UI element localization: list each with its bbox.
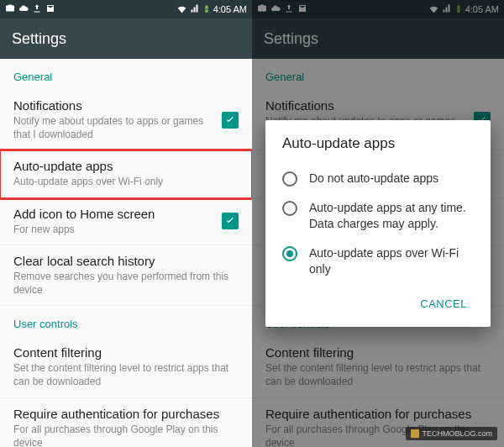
app-bar: Settings [0,18,252,59]
item-title: Add icon to Home screen [13,207,213,221]
section-user-controls: User controls [0,306,252,337]
wifi-icon [176,3,187,16]
item-sub: Set the content filtering level to restr… [13,361,239,388]
battery-icon [202,3,211,16]
cloud-icon [18,3,29,15]
auto-update-dialog: Auto-update apps Do not auto-update apps… [265,120,491,327]
watermark-icon [411,429,419,438]
screen-left: 4:05 AM Settings General Notifications N… [0,0,252,447]
item-sub: Notify me about updates to apps or games… [13,114,213,141]
upload-icon [32,3,42,15]
item-notifications[interactable]: Notifications Notify me about updates to… [0,90,252,150]
item-require-auth[interactable]: Require authentication for purchases For… [0,398,252,448]
item-auto-update[interactable]: Auto-update apps Auto-update apps over W… [0,150,252,197]
option-do-not-update[interactable]: Do not auto-update apps [282,164,474,193]
mail-icon [45,3,55,15]
item-sub: Remove searches you have performed from … [13,270,239,297]
settings-list[interactable]: General Notifications Notify me about up… [0,59,252,447]
item-title: Notifications [13,98,213,113]
option-update-wifi-only[interactable]: Auto-update apps over Wi-Fi only [282,239,474,284]
status-bar: 4:05 AM [0,0,252,18]
modal-overlay[interactable]: Auto-update apps Do not auto-update apps… [252,0,504,447]
item-add-icon[interactable]: Add icon to Home screen For new apps [0,198,252,245]
radio-unselected-icon [282,201,297,216]
item-clear-history[interactable]: Clear local search history Remove search… [0,245,252,306]
radio-selected-icon [282,246,297,261]
cancel-button[interactable]: CANCEL [413,292,474,315]
item-title: Content filtering [13,345,239,360]
item-sub: For new apps [13,223,213,236]
dialog-title: Auto-update apps [282,135,474,152]
option-update-any-time[interactable]: Auto-update apps at any time. Data charg… [282,193,474,239]
screen-right: 4:05 AM Settings General Notifications N… [252,0,504,447]
item-sub: Auto-update apps over Wi-Fi only [13,175,239,188]
item-content-filtering[interactable]: Content filtering Set the content filter… [0,337,252,397]
watermark: TECHMOBLOG.com [406,427,497,440]
item-sub: For all purchases through Google Play on… [13,423,239,448]
section-general: General [0,59,252,90]
item-title: Clear local search history [13,254,239,268]
camera-icon [5,3,15,15]
checkbox-checked-icon[interactable] [222,213,239,229]
signal-icon [190,3,200,15]
item-title: Require authentication for purchases [13,407,239,421]
page-title: Settings [12,30,66,48]
item-title: Auto-update apps [13,159,239,173]
checkbox-checked-icon[interactable] [222,112,239,129]
clock-text: 4:05 AM [213,4,247,14]
radio-unselected-icon [282,171,297,187]
